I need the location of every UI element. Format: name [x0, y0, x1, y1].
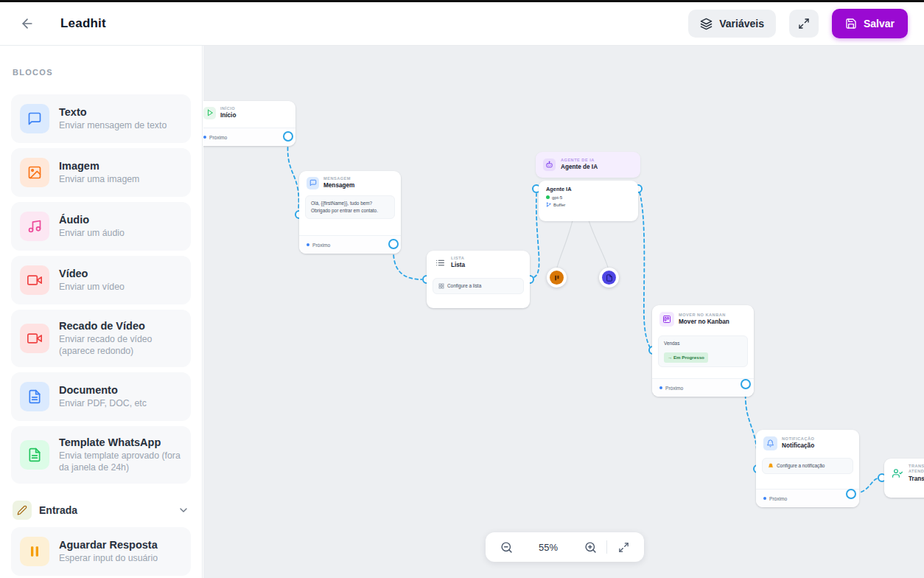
node-transferir[interactable]: TRANSFERIR ATENDIMENTO Transferir [884, 459, 924, 498]
blocks-sidebar: BLOCOS Texto Enviar mensagem de texto Im… [0, 46, 203, 578]
document-icon [602, 271, 616, 285]
node-title: Início [220, 112, 236, 120]
handle-dot-icon [307, 243, 309, 246]
block-desc: Enviar PDF, DOC, etc [59, 398, 147, 410]
zoom-out-button[interactable] [496, 537, 517, 557]
back-button[interactable] [16, 13, 38, 35]
handle-dot-icon [763, 497, 766, 500]
node-mensagem[interactable]: MENSAGEM Mensagem Olá, {{firstName}}, tu… [299, 171, 401, 254]
block-desc: Enviar um vídeo [59, 282, 125, 293]
blocks-section-label: BLOCOS [13, 68, 189, 77]
kanban-board-icon [659, 312, 674, 327]
block-item-video[interactable]: Vídeo Enviar um vídeo [11, 256, 191, 304]
video-camera-icon [20, 324, 49, 353]
agent-tool-row: Buffer [546, 202, 631, 207]
block-item-aguardar-resposta[interactable]: Aguardar Resposta Esperar input do usuár… [11, 527, 191, 576]
node-inicio[interactable]: INÍCIO Início Próximo [203, 101, 295, 146]
music-note-icon [20, 212, 49, 241]
block-desc: Enviar uma imagem [59, 174, 139, 186]
chat-bubble-icon [20, 104, 49, 133]
block-title: Recado de Vídeo [59, 319, 182, 332]
agent-tool-kanban-badge[interactable] [547, 268, 567, 288]
next-row: Próximo [203, 128, 295, 146]
node-type-label: LISTA [451, 256, 465, 261]
configure-notification-action[interactable]: Configure a notificação [762, 458, 853, 474]
agent-tool-document-badge[interactable] [599, 268, 619, 288]
kanban-columns-icon [550, 271, 564, 285]
node-lista[interactable]: LISTA Lista Configure a lista [427, 251, 530, 308]
configure-list-action[interactable]: Configure a lista [433, 278, 524, 294]
top-bar: Leadhit Variáveis Salvar [0, 2, 924, 46]
node-type-label-line2: ATENDIMENTO [909, 469, 924, 474]
fit-view-button[interactable] [613, 537, 634, 557]
edge-kanban-notificacao [746, 389, 757, 464]
pencil-icon [13, 501, 32, 520]
kanban-board-name: Vendas [664, 340, 679, 347]
window-top-edge [0, 0, 924, 2]
document-icon [20, 382, 49, 411]
node-type-label: MENSAGEM [323, 176, 354, 181]
node-type-label-line1: TRANSFERIR [909, 464, 924, 469]
block-item-imagem[interactable]: Imagem Enviar uma imagem [11, 148, 191, 197]
agent-tool-link-left [557, 220, 573, 268]
zoom-out-icon [500, 541, 513, 554]
node-agente-body[interactable]: Agente IA gpt-5 Buffer [539, 181, 638, 221]
entrada-section-toggle[interactable]: Entrada [13, 501, 189, 520]
kanban-stage-pill: → Em Progresso [664, 352, 708, 363]
toolbar-divider [606, 540, 607, 554]
block-desc: Enviar recado de vídeo (aparece redondo) [59, 334, 182, 358]
zoom-level-value: 55% [517, 542, 580, 553]
block-desc: Enviar um áudio [59, 228, 125, 240]
block-title: Vídeo [59, 267, 125, 280]
zoom-toolbar: 55% [486, 532, 644, 562]
node-title: Lista [451, 262, 465, 270]
agent-tool-link-right [589, 220, 608, 268]
block-item-template-whatsapp[interactable]: Template WhatsApp Envia template aprovad… [11, 426, 191, 484]
robot-icon [543, 159, 556, 171]
zoom-in-icon [584, 541, 597, 554]
expand-icon [618, 542, 629, 553]
output-port-mensagem[interactable] [388, 239, 399, 249]
bell-icon [763, 436, 777, 450]
next-row: Próximo [756, 489, 859, 507]
output-port-kanban[interactable] [741, 379, 751, 389]
block-title: Documento [59, 383, 147, 397]
block-title: Template WhatsApp [59, 436, 182, 449]
block-item-recado-video[interactable]: Recado de Vídeo Enviar recado de vídeo (… [11, 310, 191, 367]
save-button[interactable]: Salvar [832, 9, 908, 38]
next-row: Próximo [652, 378, 754, 397]
fullscreen-button[interactable] [789, 10, 819, 38]
variables-button[interactable]: Variáveis [688, 10, 776, 38]
node-type-label: AGENTE DE IA [561, 158, 598, 163]
expand-icon [798, 18, 810, 29]
node-agente-header[interactable]: AGENTE DE IA Agente de IA [536, 152, 640, 178]
chat-bubble-icon [307, 177, 319, 189]
play-icon [203, 107, 216, 119]
layers-icon [700, 18, 713, 30]
kanban-target[interactable]: Vendas → Em Progresso [658, 335, 748, 367]
output-port-inicio[interactable] [283, 131, 293, 142]
node-type-label: NOTIFICAÇÃO [782, 436, 814, 442]
node-type-label: MOVER NO KANBAN [679, 313, 729, 318]
block-desc: Enviar mensagem de texto [59, 120, 167, 132]
pause-icon [20, 537, 49, 566]
status-dot-icon [546, 195, 550, 199]
block-item-documento[interactable]: Documento Enviar PDF, DOC, etc [11, 372, 191, 421]
block-item-audio[interactable]: Áudio Enviar um áudio [11, 202, 191, 251]
image-icon [20, 158, 49, 187]
variables-button-label: Variáveis [719, 18, 764, 29]
node-notificacao[interactable]: NOTIFICAÇÃO Notificação Configure a noti… [756, 430, 859, 507]
flow-canvas[interactable]: INÍCIO Início Próximo MENSAGEM Mensagem … [203, 46, 924, 578]
node-kanban[interactable]: MOVER NO KANBAN Mover no Kanban Vendas →… [652, 305, 754, 397]
list-icon [434, 257, 447, 269]
block-item-texto[interactable]: Texto Enviar mensagem de texto [11, 94, 191, 143]
zoom-in-button[interactable] [580, 537, 601, 557]
node-title: Mover no Kanban [679, 318, 729, 327]
page-title: Leadhit [60, 16, 106, 31]
save-icon [845, 18, 857, 29]
message-preview[interactable]: Olá, {{firstName}}, tudo bem? Obrigado p… [305, 195, 395, 219]
block-desc: Envia template aprovado (fora da janela … [59, 450, 182, 474]
output-port-notificacao[interactable] [846, 489, 856, 499]
next-row: Próximo [299, 235, 401, 254]
block-title: Aguardar Resposta [59, 538, 158, 551]
